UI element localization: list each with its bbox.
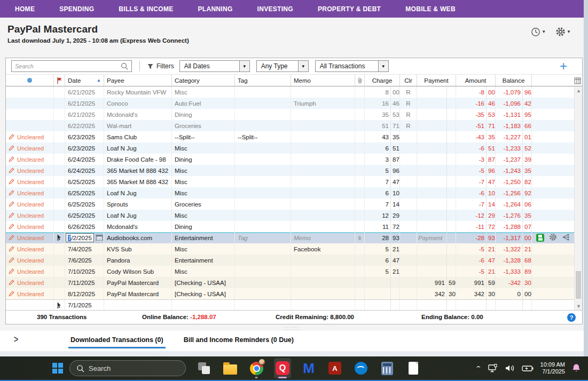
column-flag[interactable] bbox=[54, 75, 65, 86]
flag-cell bbox=[54, 142, 65, 154]
column-settings-button[interactable] bbox=[574, 77, 581, 86]
nav-bills-income[interactable]: BILLS & INCOME bbox=[119, 5, 173, 13]
date-range-dropdown[interactable]: All Dates ▼ bbox=[179, 60, 250, 72]
table-row[interactable]: 6/21/2025Rocky Mountain VFWMisc800R-800-… bbox=[6, 86, 574, 98]
table-row[interactable]: Uncleared7/11/2025PayPal Mastercard[Chec… bbox=[6, 277, 574, 288]
network-icon[interactable] bbox=[488, 364, 498, 373]
scrollbar-thumb[interactable] bbox=[576, 271, 581, 299]
malwarebytes-button[interactable]: M bbox=[300, 358, 317, 378]
table-row[interactable]: 6/21/2025Mcdonald'sDining3553R-3553-1,13… bbox=[6, 109, 574, 120]
transactions-dropdown[interactable]: All Transactions ▼ bbox=[315, 60, 389, 72]
quicken-button[interactable]: Q bbox=[274, 358, 291, 378]
memo-cell bbox=[291, 165, 355, 176]
column-date[interactable]: Date▲ bbox=[65, 75, 104, 86]
date-edit-field[interactable]: 7/2/2025 bbox=[66, 233, 94, 242]
grid-header: Date▲ Payee Category Tag Memo Charge Clr… bbox=[6, 75, 582, 86]
column-clr[interactable]: Clr bbox=[400, 75, 417, 86]
column-category[interactable]: Category bbox=[172, 75, 235, 86]
column-amount[interactable]: Amount bbox=[456, 75, 496, 86]
save-transaction-button[interactable] bbox=[536, 234, 544, 242]
notification-bell-icon[interactable] bbox=[572, 363, 581, 373]
new-transaction-row[interactable]: 7/1/2025 bbox=[6, 299, 574, 311]
register-search[interactable] bbox=[11, 60, 132, 72]
table-row[interactable]: Uncleared6/25/2025365 Market M 888 432Mi… bbox=[6, 176, 574, 187]
transaction-settings-button[interactable] bbox=[549, 233, 557, 242]
chrome-button[interactable] bbox=[248, 358, 265, 378]
table-row[interactable]: Uncleared6/23/2025Sams Club--Split----Sp… bbox=[6, 131, 574, 142]
search-input[interactable] bbox=[15, 63, 121, 69]
tab-downloaded-transactions[interactable]: Downloaded Transactions (0) bbox=[68, 333, 166, 348]
vertical-scrollbar[interactable]: ▲ ▼ bbox=[574, 86, 582, 311]
expand-panel-chevron-icon[interactable]: > bbox=[14, 334, 18, 345]
scroll-down-button[interactable]: ▼ bbox=[575, 302, 582, 311]
nav-planning[interactable]: PLANNING bbox=[198, 5, 232, 13]
help-button[interactable]: ? bbox=[567, 313, 576, 322]
column-tag[interactable]: Tag bbox=[235, 75, 291, 86]
tab-bill-income-reminders[interactable]: Bill and Income Reminders (0 Due) bbox=[182, 333, 296, 348]
balance-cell: -1,13195 bbox=[496, 109, 532, 120]
battery-icon[interactable] bbox=[522, 365, 534, 372]
table-row[interactable]: Uncleared6/24/2025365 Market M 888 432Mi… bbox=[6, 165, 574, 176]
column-status[interactable] bbox=[6, 75, 54, 86]
attachment-cell bbox=[355, 187, 365, 199]
quicken-icon: Q bbox=[276, 361, 289, 375]
task-view-button[interactable] bbox=[195, 358, 213, 378]
type-dropdown[interactable]: Any Type ▼ bbox=[256, 60, 309, 72]
openoffice-button[interactable] bbox=[352, 358, 370, 378]
tag-cell: --Split-- bbox=[235, 131, 291, 142]
table-row[interactable]: 6/22/2025Wal-martGroceries5171R-5171-1,1… bbox=[6, 120, 574, 131]
table-row[interactable]: Uncleared6/25/2025Loaf N JugMisc610-610-… bbox=[6, 187, 574, 199]
start-button[interactable] bbox=[52, 363, 63, 374]
tag-cell: Tag bbox=[235, 232, 291, 243]
clr-cell bbox=[400, 131, 417, 142]
calculator-button[interactable] bbox=[379, 358, 396, 378]
table-row[interactable]: Uncleared6/25/2025Loaf N JugMisc1229-122… bbox=[6, 210, 574, 221]
tray-expand-chevron-icon[interactable]: ⌃ bbox=[475, 365, 482, 372]
file-explorer-button[interactable] bbox=[222, 358, 239, 378]
nav-home[interactable]: HOME bbox=[15, 5, 35, 13]
column-memo[interactable]: Memo bbox=[291, 75, 355, 86]
add-transaction-button[interactable]: + bbox=[560, 61, 577, 72]
category-cell bbox=[172, 300, 235, 311]
document-button[interactable] bbox=[405, 358, 422, 378]
table-row[interactable]: Uncleared6/26/2025Mcdonald'sDining1172-1… bbox=[6, 221, 574, 232]
table-row[interactable]: Uncleared7/6/2025PandoraEntertainment647… bbox=[6, 255, 574, 266]
nav-mobile-web[interactable]: MOBILE & WEB bbox=[405, 5, 456, 13]
column-charge[interactable]: Charge bbox=[365, 75, 400, 86]
nav-property-debt[interactable]: PROPERTY & DEBT bbox=[318, 5, 381, 13]
table-row[interactable]: Uncleared6/24/2025Drake Food Cafe - 98Di… bbox=[6, 154, 574, 165]
nav-spending[interactable]: SPENDING bbox=[59, 5, 94, 13]
column-attachment[interactable] bbox=[355, 75, 365, 86]
category-cell: Dining bbox=[172, 154, 235, 165]
flag-cell bbox=[54, 232, 65, 243]
volume-icon[interactable] bbox=[505, 364, 515, 372]
taskbar-search[interactable] bbox=[69, 360, 186, 376]
payee-cell: Loaf N Jug bbox=[104, 142, 172, 154]
settings-button[interactable]: ▼ bbox=[555, 27, 571, 37]
panel-splitter[interactable]: ············ bbox=[0, 326, 584, 330]
table-row[interactable]: Uncleared8/12/2025PayPal Mastercard[Chec… bbox=[6, 288, 574, 299]
table-row[interactable]: Uncleared6/25/2025SproutsGroceries714-71… bbox=[6, 199, 574, 210]
column-balance[interactable]: Balance bbox=[496, 75, 532, 86]
column-payment[interactable]: Payment bbox=[417, 75, 456, 86]
calendar-button[interactable] bbox=[96, 234, 103, 242]
clr-cell bbox=[400, 165, 417, 176]
status-cell: Uncleared bbox=[6, 165, 54, 176]
date-cell: 6/25/2025 bbox=[65, 187, 104, 199]
scroll-up-button[interactable]: ▲ bbox=[575, 86, 582, 95]
table-row[interactable]: Uncleared7/2/2025Audiobooks.comEntertain… bbox=[6, 232, 574, 243]
history-button[interactable]: ▼ bbox=[531, 27, 546, 37]
nav-investing[interactable]: INVESTING bbox=[257, 5, 293, 13]
table-row[interactable]: Uncleared7/4/2025KVS SubMiscFacebook521-… bbox=[6, 243, 574, 255]
tag-cell bbox=[235, 210, 291, 221]
acrobat-button[interactable]: A bbox=[326, 358, 343, 378]
table-row[interactable]: 6/21/2025ConocoAuto:FuelTriumph1646R-164… bbox=[6, 98, 574, 109]
system-clock[interactable]: 10:09 AM 7/1/2025 bbox=[540, 361, 565, 375]
balance-cell: -1,09642 bbox=[496, 98, 532, 109]
table-row[interactable]: Uncleared7/10/2025Cody Wilson SubMisc521… bbox=[6, 266, 574, 277]
column-payee[interactable]: Payee bbox=[104, 75, 172, 86]
date-cell: 6/22/2025 bbox=[65, 120, 104, 131]
table-row[interactable]: Uncleared6/23/2025Loaf N JugMisc651-651-… bbox=[6, 142, 574, 154]
taskbar-search-input[interactable] bbox=[89, 364, 163, 372]
split-transaction-button[interactable] bbox=[562, 234, 570, 242]
